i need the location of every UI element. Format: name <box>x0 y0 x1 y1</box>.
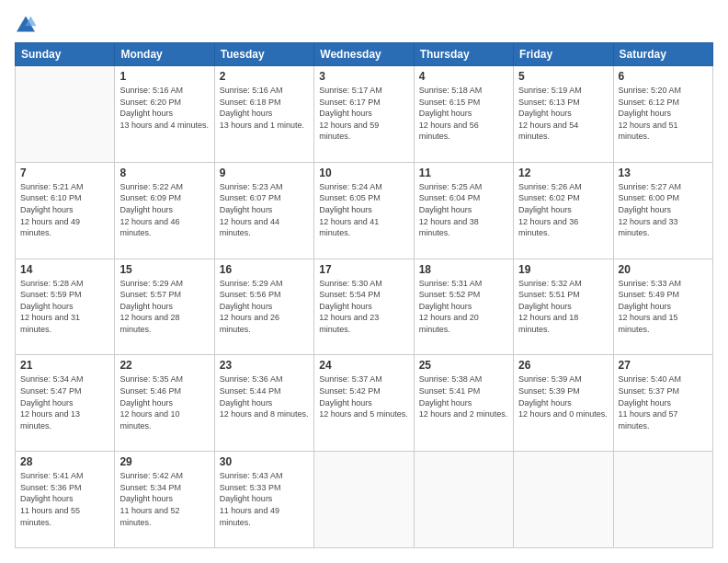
calendar-cell: 24Sunrise: 5:37 AMSunset: 5:42 PMDayligh… <box>314 355 414 452</box>
calendar-cell: 20Sunrise: 5:33 AMSunset: 5:49 PMDayligh… <box>613 259 712 355</box>
day-info: Sunrise: 5:32 AMSunset: 5:51 PMDaylight … <box>518 278 608 336</box>
day-number: 17 <box>319 263 408 276</box>
calendar-cell: 22Sunrise: 5:35 AMSunset: 5:46 PMDayligh… <box>115 355 214 452</box>
day-number: 26 <box>518 359 608 372</box>
calendar-cell: 27Sunrise: 5:40 AMSunset: 5:37 PMDayligh… <box>613 355 712 452</box>
day-info: Sunrise: 5:16 AMSunset: 6:18 PMDaylight … <box>220 85 309 131</box>
day-info: Sunrise: 5:43 AMSunset: 5:33 PMDaylight … <box>220 470 309 528</box>
calendar-cell: 17Sunrise: 5:30 AMSunset: 5:54 PMDayligh… <box>314 259 414 355</box>
day-info: Sunrise: 5:31 AMSunset: 5:52 PMDaylight … <box>419 278 508 336</box>
calendar-cell: 13Sunrise: 5:27 AMSunset: 6:00 PMDayligh… <box>613 162 712 259</box>
day-number: 14 <box>20 263 109 276</box>
day-number: 15 <box>119 263 209 276</box>
day-info: Sunrise: 5:36 AMSunset: 5:44 PMDaylight … <box>220 373 309 419</box>
day-info: Sunrise: 5:17 AMSunset: 6:17 PMDaylight … <box>319 85 408 143</box>
day-info: Sunrise: 5:34 AMSunset: 5:47 PMDaylight … <box>20 373 109 431</box>
calendar-cell <box>414 452 513 548</box>
calendar-cell: 3Sunrise: 5:17 AMSunset: 6:17 PMDaylight… <box>314 66 414 163</box>
calendar-cell: 2Sunrise: 5:16 AMSunset: 6:18 PMDaylight… <box>214 66 313 163</box>
day-info: Sunrise: 5:29 AMSunset: 5:57 PMDaylight … <box>119 278 209 336</box>
day-number: 24 <box>319 359 408 372</box>
weekday-header-row: SundayMondayTuesdayWednesdayThursdayFrid… <box>16 43 713 66</box>
logo-icon <box>15 15 37 33</box>
calendar-cell: 25Sunrise: 5:38 AMSunset: 5:41 PMDayligh… <box>414 355 513 452</box>
day-info: Sunrise: 5:23 AMSunset: 6:07 PMDaylight … <box>220 181 309 239</box>
day-info: Sunrise: 5:25 AMSunset: 6:04 PMDaylight … <box>419 181 508 239</box>
day-number: 9 <box>220 167 309 179</box>
calendar-cell: 6Sunrise: 5:20 AMSunset: 6:12 PMDaylight… <box>613 66 712 163</box>
day-number: 21 <box>20 359 109 372</box>
calendar-cell: 15Sunrise: 5:29 AMSunset: 5:57 PMDayligh… <box>115 259 214 355</box>
day-number: 3 <box>319 70 408 83</box>
calendar: SundayMondayTuesdayWednesdayThursdayFrid… <box>15 42 713 548</box>
calendar-cell: 21Sunrise: 5:34 AMSunset: 5:47 PMDayligh… <box>16 355 115 452</box>
weekday-header-sunday: Sunday <box>16 43 115 66</box>
week-row-3: 14Sunrise: 5:28 AMSunset: 5:59 PMDayligh… <box>16 259 713 355</box>
day-info: Sunrise: 5:19 AMSunset: 6:13 PMDaylight … <box>518 85 608 143</box>
weekday-header-saturday: Saturday <box>613 43 712 66</box>
day-info: Sunrise: 5:35 AMSunset: 5:46 PMDaylight … <box>119 373 209 431</box>
calendar-cell: 11Sunrise: 5:25 AMSunset: 6:04 PMDayligh… <box>414 162 513 259</box>
calendar-cell <box>16 66 115 163</box>
day-number: 29 <box>119 455 209 468</box>
calendar-cell: 9Sunrise: 5:23 AMSunset: 6:07 PMDaylight… <box>214 162 313 259</box>
calendar-cell: 29Sunrise: 5:42 AMSunset: 5:34 PMDayligh… <box>115 452 214 548</box>
day-info: Sunrise: 5:41 AMSunset: 5:36 PMDaylight … <box>20 470 109 528</box>
calendar-cell: 18Sunrise: 5:31 AMSunset: 5:52 PMDayligh… <box>414 259 513 355</box>
week-row-1: 1Sunrise: 5:16 AMSunset: 6:20 PMDaylight… <box>16 66 713 163</box>
day-info: Sunrise: 5:16 AMSunset: 6:20 PMDaylight … <box>119 85 209 131</box>
day-number: 19 <box>518 263 608 276</box>
day-info: Sunrise: 5:33 AMSunset: 5:49 PMDaylight … <box>619 278 708 336</box>
day-info: Sunrise: 5:20 AMSunset: 6:12 PMDaylight … <box>619 85 708 143</box>
day-number: 18 <box>419 263 508 276</box>
calendar-cell: 19Sunrise: 5:32 AMSunset: 5:51 PMDayligh… <box>514 259 613 355</box>
calendar-cell: 8Sunrise: 5:22 AMSunset: 6:09 PMDaylight… <box>115 162 214 259</box>
week-row-5: 28Sunrise: 5:41 AMSunset: 5:36 PMDayligh… <box>16 452 713 548</box>
calendar-cell: 28Sunrise: 5:41 AMSunset: 5:36 PMDayligh… <box>16 452 115 548</box>
calendar-cell <box>514 452 613 548</box>
day-number: 6 <box>619 70 708 83</box>
calendar-cell: 1Sunrise: 5:16 AMSunset: 6:20 PMDaylight… <box>115 66 214 163</box>
weekday-header-wednesday: Wednesday <box>314 43 414 66</box>
day-number: 7 <box>20 167 109 179</box>
day-info: Sunrise: 5:26 AMSunset: 6:02 PMDaylight … <box>518 181 608 239</box>
calendar-cell <box>613 452 712 548</box>
day-info: Sunrise: 5:38 AMSunset: 5:41 PMDaylight … <box>419 373 508 419</box>
day-number: 8 <box>119 167 209 179</box>
day-number: 12 <box>518 167 608 179</box>
calendar-cell: 5Sunrise: 5:19 AMSunset: 6:13 PMDaylight… <box>514 66 613 163</box>
day-number: 10 <box>319 167 408 179</box>
day-number: 20 <box>619 263 708 276</box>
day-info: Sunrise: 5:29 AMSunset: 5:56 PMDaylight … <box>220 278 309 336</box>
day-number: 27 <box>619 359 708 372</box>
page: SundayMondayTuesdayWednesdayThursdayFrid… <box>0 0 728 563</box>
day-number: 28 <box>20 455 109 468</box>
day-info: Sunrise: 5:24 AMSunset: 6:05 PMDaylight … <box>319 181 408 239</box>
day-number: 25 <box>419 359 508 372</box>
day-number: 4 <box>419 70 508 83</box>
weekday-header-tuesday: Tuesday <box>214 43 313 66</box>
day-info: Sunrise: 5:28 AMSunset: 5:59 PMDaylight … <box>20 278 109 336</box>
weekday-header-monday: Monday <box>115 43 214 66</box>
calendar-cell: 30Sunrise: 5:43 AMSunset: 5:33 PMDayligh… <box>214 452 313 548</box>
calendar-cell: 10Sunrise: 5:24 AMSunset: 6:05 PMDayligh… <box>314 162 414 259</box>
calendar-cell: 4Sunrise: 5:18 AMSunset: 6:15 PMDaylight… <box>414 66 513 163</box>
day-number: 23 <box>220 359 309 372</box>
day-info: Sunrise: 5:22 AMSunset: 6:09 PMDaylight … <box>119 181 209 239</box>
calendar-cell: 14Sunrise: 5:28 AMSunset: 5:59 PMDayligh… <box>16 259 115 355</box>
calendar-cell: 16Sunrise: 5:29 AMSunset: 5:56 PMDayligh… <box>214 259 313 355</box>
calendar-cell: 7Sunrise: 5:21 AMSunset: 6:10 PMDaylight… <box>16 162 115 259</box>
day-number: 2 <box>220 70 309 83</box>
header <box>15 15 713 33</box>
day-number: 1 <box>119 70 209 83</box>
day-info: Sunrise: 5:42 AMSunset: 5:34 PMDaylight … <box>119 470 209 528</box>
day-number: 11 <box>419 167 508 179</box>
day-info: Sunrise: 5:37 AMSunset: 5:42 PMDaylight … <box>319 373 408 419</box>
calendar-cell: 12Sunrise: 5:26 AMSunset: 6:02 PMDayligh… <box>514 162 613 259</box>
calendar-cell <box>314 452 414 548</box>
day-number: 5 <box>518 70 608 83</box>
calendar-cell: 26Sunrise: 5:39 AMSunset: 5:39 PMDayligh… <box>514 355 613 452</box>
day-info: Sunrise: 5:21 AMSunset: 6:10 PMDaylight … <box>20 181 109 239</box>
day-info: Sunrise: 5:27 AMSunset: 6:00 PMDaylight … <box>619 181 708 239</box>
logo <box>15 15 40 33</box>
